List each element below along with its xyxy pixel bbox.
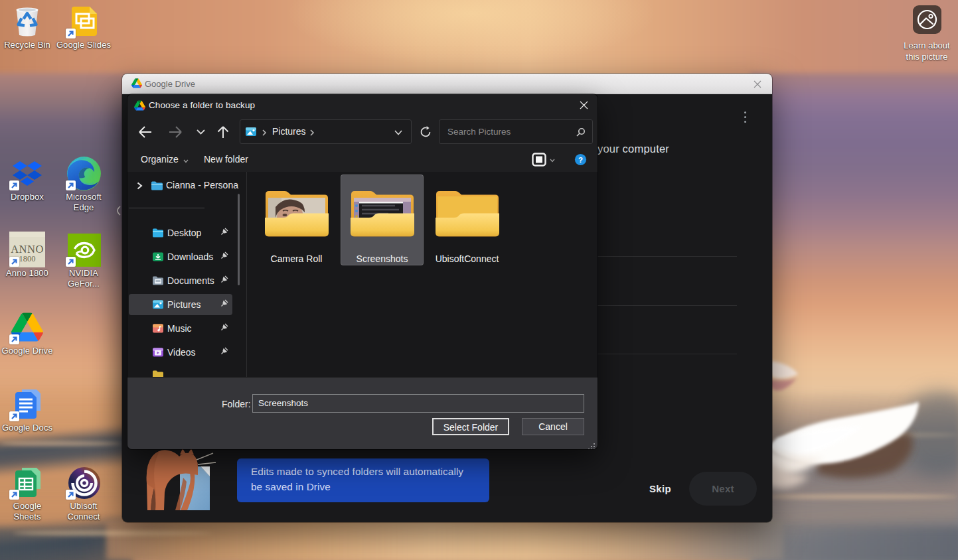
svg-text:?: ? bbox=[578, 156, 583, 164]
svg-text:1800: 1800 bbox=[19, 254, 36, 263]
